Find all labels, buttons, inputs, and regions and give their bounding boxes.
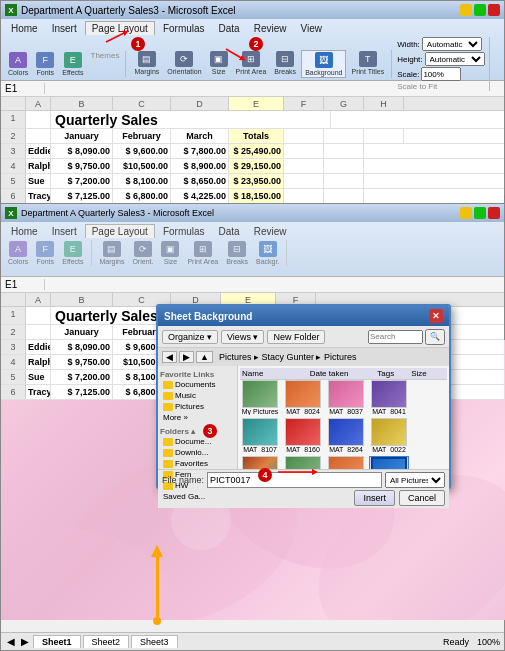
bottom-effects-btn[interactable]: E Effects [59,240,86,266]
bottom-colors-btn[interactable]: A Colors [5,240,31,266]
dialog-close-btn[interactable]: ✕ [429,309,443,323]
bottom-size-btn[interactable]: ▣ Size [158,240,182,266]
dialog-file-area: Name Date taken Tags Size My Pictures MA… [238,366,449,469]
bottom-tab-review[interactable]: Review [248,224,293,238]
sidebar-item-more[interactable]: More » [160,412,235,423]
bottom-maximize-btn[interactable] [474,207,486,219]
bottom-background-btn[interactable]: 🖼 Backgr. [253,240,282,266]
table-row: 2 January February March Totals [1,129,504,144]
sidebar-item-music[interactable]: Music [160,390,235,401]
list-item[interactable]: MAT_8041 [369,380,409,415]
list-item[interactable]: MAT_8160 [283,418,323,453]
list-item[interactable]: MAT_8107 [240,418,280,453]
thumbnail-img [242,418,278,446]
sidebar-item-documents[interactable]: Documents [160,379,235,390]
dialog-toolbar: Organize ▾ Views ▾ New Folder 🔍 [158,326,449,348]
bottom-tab-home[interactable]: Home [5,224,44,238]
bottom-fonts-btn[interactable]: F Fonts [33,240,57,266]
new-folder-btn[interactable]: New Folder [267,330,325,344]
up-btn[interactable]: ▲ [196,351,213,363]
callout-4: 4 [258,468,272,482]
folders-section: Folders ▴ Docume... Downlo... Favorites [160,427,235,502]
file-grid: My Pictures MAT_8024 MAT_8037 MAT_8041 [240,380,447,469]
bottom-orientation-btn[interactable]: ⟳ Orient. [129,240,156,266]
tab-insert[interactable]: Insert [46,21,83,35]
selected-thumbnail[interactable]: PICT0017 [369,456,409,469]
sidebar-item-desktop[interactable]: Docume... [160,436,235,447]
arrow-shaft [156,557,159,617]
background-btn[interactable]: 🖼 Background [301,50,346,78]
forward-btn[interactable]: ▶ [179,351,194,363]
back-btn[interactable]: ◀ [162,351,177,363]
organize-btn[interactable]: Organize ▾ [162,330,218,344]
list-item[interactable]: PICT0018 [326,456,366,469]
orange-arrow-annotation [151,545,163,625]
tab-formulas[interactable]: Formulas [157,21,211,35]
status-bar: ◀ ▶ Sheet1 Sheet2 Sheet3 Ready 100% [1,632,504,650]
arrow-head [151,545,163,557]
bottom-minimize-btn[interactable] [460,207,472,219]
close-btn[interactable] [488,4,500,16]
cancel-button[interactable]: Cancel [399,490,445,506]
folder-icon [163,392,173,400]
fonts-btn[interactable]: F Fonts [33,51,57,77]
bottom-tab-page-layout[interactable]: Page Layout [85,224,155,238]
bottom-margins-btn[interactable]: ▤ Margins [97,240,128,266]
bottom-close-btn[interactable] [488,207,500,219]
bottom-print-area-btn[interactable]: ⊞ Print Area [184,240,221,266]
bottom-cell-reference: E1 [5,279,45,290]
bottom-tab-insert[interactable]: Insert [46,224,83,238]
dialog-sidebar: Favorite Links Documents Music Pictures [158,366,238,469]
bottom-tab-data[interactable]: Data [213,224,246,238]
width-select[interactable]: Automatic [422,37,482,51]
list-item[interactable]: MAT_8037 [326,380,366,415]
minimize-btn[interactable] [460,4,472,16]
sheet-tab-2[interactable]: Sheet2 [83,635,130,648]
bottom-breaks-btn[interactable]: ⊟ Breaks [223,240,251,266]
list-item[interactable]: My Pictures [240,380,280,415]
list-item[interactable]: MAT_8264 [326,418,366,453]
tab-data[interactable]: Data [213,21,246,35]
maximize-btn[interactable] [474,4,486,16]
sidebar-item-favorites[interactable]: Favorites [160,458,235,469]
breaks-btn[interactable]: ⊟ Breaks [271,50,299,76]
list-item[interactable]: MAT_0022 [369,418,409,453]
sheet-tab-1[interactable]: Sheet1 [33,635,81,648]
ribbon: Home Insert Page Layout Formulas Data Re… [1,19,504,81]
col-header-b: B [51,97,113,110]
ribbon-tabs: Home Insert Page Layout Formulas Data Re… [5,21,500,35]
bottom-excel-icon: X [5,207,17,219]
bottom-excel-window: X Department A Quarterly Sales3 - Micros… [0,203,505,651]
orientation-btn[interactable]: ⟳ Orientation [164,50,204,76]
margins-btn[interactable]: ▤ Margins [131,50,162,76]
bottom-tab-formulas[interactable]: Formulas [157,224,211,238]
views-btn[interactable]: Views ▾ [221,330,264,344]
thumbnail-img [242,380,278,408]
effects-btn[interactable]: E Effects [59,51,86,77]
tab-view[interactable]: View [294,21,328,35]
search-btn[interactable]: 🔍 [425,329,445,345]
sidebar-item-downloads[interactable]: Downlo... [160,447,235,458]
top-excel-window: X Department A Quarterly Sales3 - Micros… [0,0,505,195]
scale-input[interactable] [421,67,461,81]
search-input[interactable] [368,330,423,344]
prev-sheet-btn[interactable]: ◀ [5,636,17,647]
sidebar-item-pictures[interactable]: Pictures [160,401,235,412]
filetype-select[interactable]: All Pictures [385,472,445,488]
callout-1-arrow [101,27,141,47]
thumbnail-img [328,380,364,408]
col-header-g: G [324,97,364,110]
next-sheet-btn[interactable]: ▶ [19,636,31,647]
tab-home[interactable]: Home [5,21,44,35]
insert-button[interactable]: Insert [354,490,395,506]
col-header-c: C [113,97,171,110]
svg-line-2 [226,49,243,59]
height-select[interactable]: Automatic [425,52,485,66]
colors-btn[interactable]: A Colors [5,51,31,77]
list-item[interactable]: MAT_8024 [283,380,323,415]
tab-review[interactable]: Review [248,21,293,35]
thumbnail-img [371,380,407,408]
print-titles-btn[interactable]: T Print Titles [348,50,387,76]
sidebar-item-saved[interactable]: Saved Ga... [160,491,235,502]
sheet-tab-3[interactable]: Sheet3 [131,635,178,648]
